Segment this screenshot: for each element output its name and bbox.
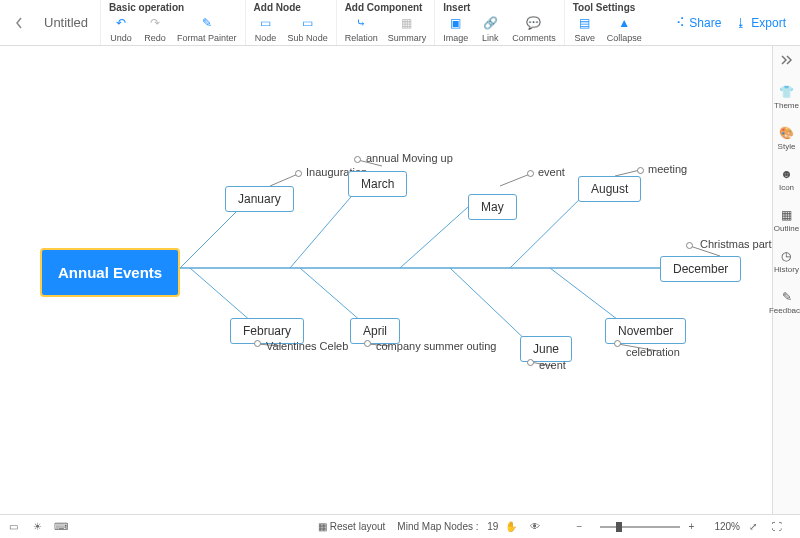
canvas[interactable]: Annual Events January Inauguration March… (0, 46, 772, 514)
leaf-event-june[interactable]: event (539, 359, 566, 371)
panel-outline[interactable]: ▦Outline (774, 208, 799, 233)
branch-node-march[interactable]: March (348, 171, 407, 197)
group-title: Add Component (345, 2, 427, 13)
branch-node-august[interactable]: August (578, 176, 641, 202)
image-icon: ▣ (448, 15, 464, 31)
group-title: Add Node (254, 2, 328, 13)
hand-icon[interactable]: ✋ (504, 520, 518, 534)
group-title: Basic operation (109, 2, 237, 13)
redo-button[interactable]: ↷Redo (143, 15, 167, 43)
format-painter-button[interactable]: ✎Format Painter (177, 15, 237, 43)
panel-collapse-button[interactable] (780, 54, 794, 69)
zoom-handle[interactable] (616, 522, 622, 532)
redo-icon: ↷ (147, 15, 163, 31)
fullscreen-icon[interactable]: ⛶ (770, 520, 784, 534)
zoom-in-button[interactable]: + (684, 520, 698, 534)
save-icon: ▤ (577, 15, 593, 31)
relation-button[interactable]: ⤷Relation (345, 15, 378, 43)
grid-icon: ▦ (318, 521, 327, 532)
subnode-icon: ▭ (300, 15, 316, 31)
share-button[interactable]: ⠪Share (676, 16, 721, 30)
panel-history[interactable]: ◷History (774, 249, 799, 274)
leaf-event-may[interactable]: event (538, 166, 565, 178)
group-add-component: Add Component ⤷Relation ▦Summary (336, 0, 435, 45)
leaf-dot (364, 340, 371, 347)
export-button[interactable]: ⭳Export (735, 16, 786, 30)
leaf-meeting[interactable]: meeting (648, 163, 687, 175)
document-title[interactable]: Untitled (32, 0, 100, 45)
undo-button[interactable]: ↶Undo (109, 15, 133, 43)
link-button[interactable]: 🔗Link (478, 15, 502, 43)
status-bar: ▭ ☀ ⌨ ▦Reset layout Mind Map Nodes : 19 … (0, 514, 800, 538)
zoom-out-button[interactable]: − (572, 520, 586, 534)
panel-theme[interactable]: 👕Theme (774, 85, 799, 110)
relation-icon: ⤷ (353, 15, 369, 31)
leaf-dot (254, 340, 261, 347)
group-insert: Insert ▣Image 🔗Link 💬Comments (434, 0, 564, 45)
svg-line-10 (270, 174, 298, 186)
branch-node-may[interactable]: May (468, 194, 517, 220)
reset-layout-button[interactable]: ▦Reset layout (318, 521, 386, 532)
panel-feedback[interactable]: ✎Feedback (769, 290, 800, 315)
eye-icon[interactable]: 👁 (528, 520, 542, 534)
sun-icon[interactable]: ☀ (30, 520, 44, 534)
image-button[interactable]: ▣Image (443, 15, 468, 43)
svg-line-8 (450, 268, 532, 346)
group-title: Insert (443, 2, 556, 13)
leaf-dot (614, 340, 621, 347)
root-node[interactable]: Annual Events (40, 248, 180, 297)
leaf-dot (295, 170, 302, 177)
zoom-slider[interactable] (600, 526, 680, 528)
sub-node-button[interactable]: ▭Sub Node (288, 15, 328, 43)
face-icon: ☻ (780, 167, 794, 181)
chevron-left-icon (14, 16, 24, 30)
group-tool-settings: Tool Settings ▤Save ▲Collapse (564, 0, 650, 45)
keyboard-icon[interactable]: ⌨ (54, 520, 68, 534)
collapse-icon: ▲ (616, 15, 632, 31)
feedback-icon: ✎ (780, 290, 794, 304)
side-panel: 👕Theme 🎨Style ☻Icon ▦Outline ◷History ✎F… (772, 46, 800, 514)
outline-icon: ▦ (779, 208, 793, 222)
brush-icon: ✎ (199, 15, 215, 31)
leaf-dot (686, 242, 693, 249)
leaf-dot (354, 156, 361, 163)
leaf-dot (637, 167, 644, 174)
share-icon: ⠪ (676, 16, 685, 30)
zoom-level[interactable]: 120% (714, 521, 740, 532)
summary-button[interactable]: ▦Summary (388, 15, 427, 43)
history-icon: ◷ (779, 249, 793, 263)
leaf-celebration[interactable]: celebration (626, 346, 680, 358)
comments-button[interactable]: 💬Comments (512, 15, 556, 43)
svg-line-12 (500, 174, 530, 186)
link-icon: 🔗 (482, 15, 498, 31)
summary-icon: ▦ (399, 15, 415, 31)
top-toolbar: Untitled Basic operation ↶Undo ↷Redo ✎Fo… (0, 0, 800, 46)
undo-icon: ↶ (113, 15, 129, 31)
leaf-annual-moving-up[interactable]: annual Moving up (366, 152, 453, 164)
style-icon: 🎨 (779, 126, 793, 140)
leaf-company-summer-outing[interactable]: company summer outing (376, 340, 496, 352)
collapse-button[interactable]: ▲Collapse (607, 15, 642, 43)
export-icon: ⭳ (735, 16, 747, 30)
nodes-count: Mind Map Nodes : 19 (397, 521, 498, 532)
leaf-christmas-part[interactable]: Christmas part (700, 238, 772, 250)
comment-icon: 💬 (526, 15, 542, 31)
fit-icon[interactable]: ⤢ (746, 520, 760, 534)
node-button[interactable]: ▭Node (254, 15, 278, 43)
node-icon: ▭ (258, 15, 274, 31)
leaf-dot (527, 359, 534, 366)
branch-node-december[interactable]: December (660, 256, 741, 282)
branch-node-january[interactable]: January (225, 186, 294, 212)
save-button[interactable]: ▤Save (573, 15, 597, 43)
monitor-icon[interactable]: ▭ (6, 520, 20, 534)
group-basic-operation: Basic operation ↶Undo ↷Redo ✎Format Pain… (100, 0, 245, 45)
back-button[interactable] (6, 0, 32, 45)
panel-style[interactable]: 🎨Style (778, 126, 796, 151)
group-title: Tool Settings (573, 2, 642, 13)
group-add-node: Add Node ▭Node ▭Sub Node (245, 0, 336, 45)
leaf-dot (527, 170, 534, 177)
panel-icon[interactable]: ☻Icon (779, 167, 794, 192)
chevron-right-double-icon (780, 54, 794, 66)
leaf-valentines-celeb[interactable]: Valentines Celeb (266, 340, 348, 352)
svg-line-3 (400, 198, 478, 268)
